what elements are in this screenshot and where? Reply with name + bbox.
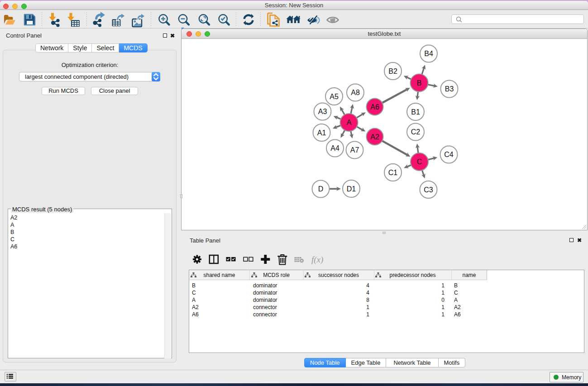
svg-text:A3: A3: [318, 108, 327, 115]
svg-text:C: C: [417, 158, 422, 166]
svg-text:B1: B1: [411, 108, 420, 116]
svg-text:D: D: [318, 185, 324, 193]
svg-text:A4: A4: [330, 144, 339, 152]
svg-text:A2: A2: [370, 133, 379, 141]
svg-text:A6: A6: [370, 103, 379, 111]
svg-text:C3: C3: [424, 186, 433, 194]
svg-text:A5: A5: [330, 93, 339, 100]
svg-text:C1: C1: [388, 169, 398, 176]
svg-text:B2: B2: [388, 67, 397, 75]
svg-text:B: B: [417, 79, 422, 87]
svg-text:B4: B4: [424, 50, 433, 57]
svg-text:D1: D1: [347, 185, 356, 193]
svg-text:A1: A1: [317, 129, 326, 137]
svg-text:C2: C2: [411, 128, 421, 136]
svg-text:A8: A8: [351, 89, 360, 96]
svg-text:C4: C4: [444, 151, 454, 158]
svg-text:f(x): f(x): [311, 255, 323, 265]
svg-text:A: A: [347, 119, 352, 126]
svg-text:B3: B3: [445, 85, 454, 93]
svg-text:A7: A7: [350, 146, 359, 154]
